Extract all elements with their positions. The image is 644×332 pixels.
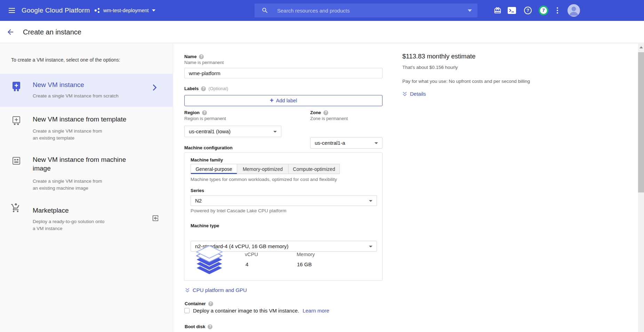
cpu-platform-gpu-link[interactable]: CPU platform and GPU <box>185 287 247 293</box>
zone-label: Zone <box>310 110 328 115</box>
open-in-icon[interactable] <box>152 214 159 223</box>
scrollbar-thumb[interactable] <box>638 52 644 192</box>
machine-family-description: Machine types for common workloads, opti… <box>191 177 337 182</box>
sidebar-item-marketplace[interactable]: Marketplace <box>33 206 69 215</box>
page-title: Create an instance <box>23 21 81 43</box>
container-checkbox[interactable] <box>184 308 190 313</box>
expand-icon <box>185 288 190 293</box>
container-row: Deploy a container image to this VM inst… <box>184 308 329 314</box>
region-help-icon[interactable] <box>202 110 207 115</box>
help-icon[interactable] <box>524 0 532 21</box>
search-icon <box>261 7 268 14</box>
boot-disk-label: Boot disk <box>185 324 212 329</box>
boot-disk-help-icon[interactable] <box>208 324 212 329</box>
container-checkbox-text: Deploy a container image to this VM inst… <box>193 308 299 314</box>
caret-down-icon <box>369 200 372 202</box>
project-selector[interactable]: wm-test-deployment <box>94 0 155 21</box>
vm-instance-icon <box>13 82 20 93</box>
caret-down-icon <box>369 246 372 247</box>
cloud-shell-icon[interactable] <box>508 0 516 21</box>
gcp-console: Google Cloud Platform wm-test-deployment… <box>0 0 644 332</box>
chevron-right-icon[interactable] <box>152 84 157 93</box>
series-note: Powered by Intel Cascade Lake CPU platfo… <box>191 208 286 213</box>
vcpu-label: vCPU <box>245 252 258 257</box>
machine-configuration-label: Machine configuration <box>184 145 233 150</box>
container-help-icon[interactable] <box>208 301 213 306</box>
series-select[interactable]: N2 <box>191 195 377 206</box>
hourly-estimate: That's about $0.156 hourly <box>402 65 458 70</box>
project-switcher-icon <box>94 7 100 14</box>
details-link[interactable]: Details <box>402 91 426 97</box>
vertical-scrollbar[interactable] <box>638 44 644 332</box>
brand-logo[interactable]: Google Cloud Platform <box>22 0 90 21</box>
machine-configuration-card: Machine family General-purpose Memory-op… <box>184 152 383 281</box>
machine-family-tabs: General-purpose Memory-optimized Compute… <box>191 164 340 174</box>
vm-template-icon <box>13 116 20 127</box>
search-input[interactable] <box>276 7 468 14</box>
sidebar-item-subtitle: Create a single VM instance from an exis… <box>33 178 102 192</box>
zone-helper: Zone is permanent <box>310 116 348 121</box>
layers-icon <box>196 245 223 276</box>
vcpu-value: 4 <box>245 261 248 267</box>
project-name: wm-test-deployment <box>103 8 149 13</box>
container-label: Container <box>185 301 213 306</box>
sidebar-item-title[interactable]: New VM instance <box>33 80 84 89</box>
monthly-estimate-title: $113.83 monthly estimate <box>402 53 475 60</box>
search-dropdown-icon[interactable] <box>468 9 472 12</box>
notifications-icon[interactable]: 7 <box>539 0 548 21</box>
labels-help-icon[interactable] <box>201 86 206 91</box>
plus-icon <box>270 98 274 103</box>
scrollbar-up-arrow[interactable] <box>639 46 643 48</box>
machine-image-icon <box>13 157 20 167</box>
expand-icon <box>402 92 407 96</box>
back-arrow-icon[interactable] <box>6 28 15 36</box>
machine-type-label: Machine type <box>191 223 219 228</box>
app-bar: Google Cloud Platform wm-test-deployment… <box>0 0 644 21</box>
search-bar[interactable] <box>255 3 477 17</box>
caret-down-icon <box>273 131 277 133</box>
series-label: Series <box>191 188 204 193</box>
create-instance-form: Name Name is permanent Labels (Optional)… <box>174 44 638 332</box>
chevron-down-icon <box>152 9 155 11</box>
tab-general-purpose[interactable]: General-purpose <box>191 164 237 174</box>
page-header: Create an instance <box>0 21 644 43</box>
overflow-menu-icon[interactable] <box>557 0 558 21</box>
avatar[interactable] <box>567 0 580 21</box>
sidebar-item-subtitle: Create a single VM instance from scratch <box>33 93 119 100</box>
labels-label: Labels (Optional) <box>184 86 228 91</box>
notification-count: 7 <box>539 6 548 15</box>
tab-compute-optimized[interactable]: Compute-optimized <box>289 164 340 174</box>
name-helper: Name is permanent <box>184 60 224 65</box>
name-help-icon[interactable] <box>199 54 204 59</box>
memory-label: Memory <box>297 252 315 257</box>
menu-icon[interactable] <box>8 6 16 15</box>
sidebar-item-subtitle: Create a single VM instance from an exis… <box>33 128 102 142</box>
add-label-button[interactable]: Add label <box>184 95 383 106</box>
memory-value: 16 GB <box>297 261 312 267</box>
sidebar: To create a VM instance, select one of t… <box>0 44 173 332</box>
sidebar-item-new-vm-from-machine-image[interactable]: New VM instance from machine image <box>33 155 137 173</box>
marketplace-cart-icon <box>11 203 21 214</box>
region-label: Region <box>184 110 207 115</box>
name-label: Name <box>184 54 204 59</box>
gift-icon[interactable] <box>494 0 501 21</box>
zone-help-icon[interactable] <box>323 110 328 115</box>
machine-family-label: Machine family <box>191 157 223 163</box>
billing-note: Pay for what you use: No upfront costs a… <box>402 79 530 84</box>
name-input[interactable] <box>184 68 383 78</box>
learn-more-link[interactable]: Learn more <box>303 308 329 314</box>
sidebar-intro: To create a VM instance, select one of t… <box>11 57 120 63</box>
region-helper: Region is permanent <box>184 116 226 121</box>
sidebar-item-subtitle: Deploy a ready-to-go solution onto a VM … <box>33 218 104 232</box>
caret-down-icon <box>375 142 378 144</box>
labels-optional: (Optional) <box>208 86 228 91</box>
tab-memory-optimized[interactable]: Memory-optimized <box>237 164 289 174</box>
sidebar-item-new-vm-from-template[interactable]: New VM instance from template <box>33 115 126 124</box>
sidebar-item-new-vm-instance[interactable] <box>0 74 173 107</box>
region-select[interactable]: us-central1 (Iowa) <box>184 126 281 137</box>
zone-select[interactable]: us-central1-a <box>310 137 383 149</box>
